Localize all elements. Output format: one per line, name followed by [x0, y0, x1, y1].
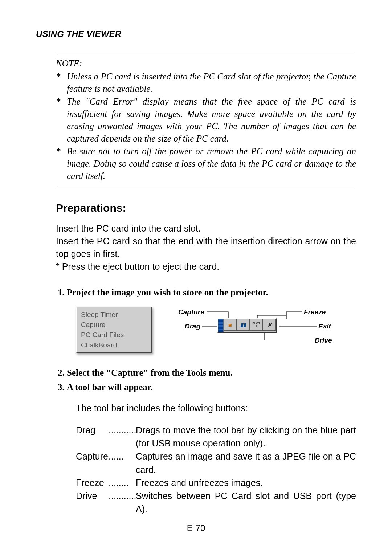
note-item: Be sure not to turn off the power or rem… — [56, 145, 356, 182]
def-dots: ........ — [109, 476, 136, 489]
note-item: The "Card Error" display means that the … — [56, 95, 356, 144]
def-desc: Captures an image and save it as a JPEG … — [136, 450, 356, 476]
page-section-header: USING THE VIEWER — [36, 29, 356, 39]
prep-line: Insert the PC card into the card slot. — [56, 222, 356, 235]
menu-item-capture[interactable]: Capture — [80, 320, 148, 330]
prep-line: * Press the eject button to eject the ca… — [56, 260, 356, 273]
camera-icon: ◙ — [229, 322, 232, 328]
step-item: A tool bar will appear. — [67, 382, 356, 392]
def-term: Capture — [76, 450, 109, 476]
followup-text: The tool bar includes the following butt… — [76, 401, 356, 415]
note-item: Unless a PC card is inserted into the PC… — [56, 70, 356, 95]
definition-row: Freeze ........ Freezes and unfreezes im… — [76, 476, 356, 489]
pause-icon: ▮▮ — [240, 322, 246, 328]
toolbar-freeze-button[interactable]: ▮▮ — [237, 319, 250, 331]
menu-item-pc-card-files[interactable]: PC Card Files — [80, 330, 148, 340]
section-heading: Preparations: — [56, 202, 356, 214]
drive-slot-label-bot: 1 — [256, 325, 257, 328]
definition-row: Drag ........... Drags to move the tool … — [76, 424, 356, 450]
step-item: Project the image you wish to store on t… — [67, 287, 356, 298]
page-number: E-70 — [0, 523, 392, 533]
step-item: Select the "Capture" from the Tools menu… — [67, 368, 356, 378]
def-term: Drag — [76, 424, 109, 450]
def-dots: ........... — [109, 424, 136, 450]
prep-line: Insert the PC card so that the end with … — [56, 235, 356, 260]
note-block: NOTE: Unless a PC card is inserted into … — [56, 54, 356, 187]
note-title: NOTE: — [56, 57, 356, 70]
toolbar-capture-button[interactable]: ◙ — [224, 319, 237, 331]
def-desc: Drags to move the tool bar by clicking o… — [136, 424, 356, 450]
capture-toolbar: ◙ ▮▮ SLOT 1 ✕ — [217, 318, 277, 333]
definition-row: Capture ...... Captures an image and sav… — [76, 450, 356, 476]
menu-item-chalkboard[interactable]: ChalkBoard — [80, 340, 148, 350]
def-term: Drive — [76, 489, 109, 516]
def-dots: ...... — [109, 450, 136, 476]
def-term: Freeze — [76, 476, 109, 489]
close-icon: ✕ — [267, 321, 272, 329]
def-desc: Switches between PC Card slot and USB po… — [136, 489, 356, 516]
definition-row: Drive ........... Switches between PC Ca… — [76, 489, 356, 516]
menu-item-sleep-timer[interactable]: Sleep Timer — [80, 310, 148, 320]
toolbar-exit-button[interactable]: ✕ — [263, 319, 276, 331]
button-definitions: Drag ........... Drags to move the tool … — [76, 424, 356, 516]
toolbar-diagram: Capture Freeze Drag Exit Drive — [174, 307, 334, 350]
tools-menu: Sleep Timer Capture PC Card Files ChalkB… — [76, 307, 152, 353]
def-desc: Freezes and unfreezes images. — [136, 476, 356, 489]
def-dots: ........... — [109, 489, 136, 516]
toolbar-drag-handle[interactable] — [218, 319, 224, 332]
toolbar-drive-button[interactable]: SLOT 1 — [250, 319, 263, 331]
